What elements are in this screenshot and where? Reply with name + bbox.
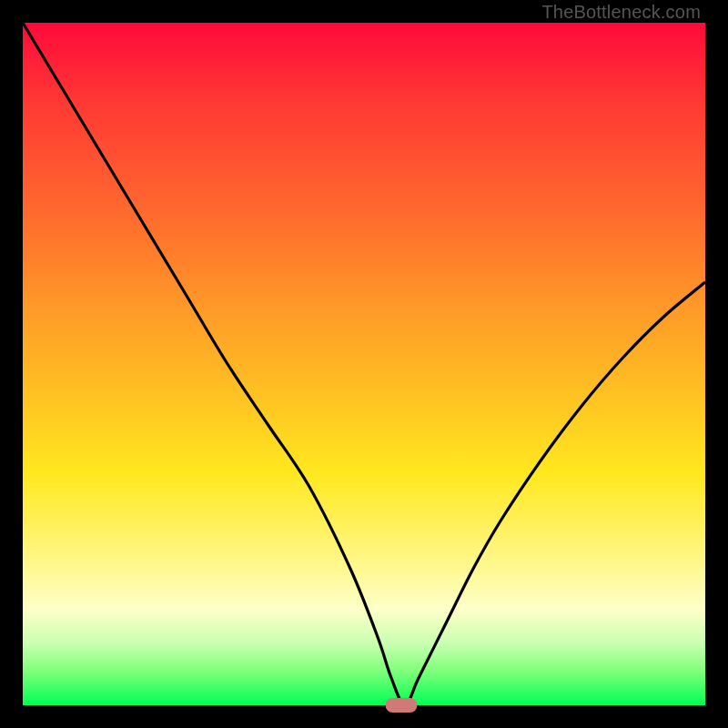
optimal-point-marker	[386, 698, 418, 713]
chart-frame: TheBottleneck.com	[0, 0, 728, 728]
bottleneck-curve-path	[23, 23, 705, 705]
plot-area	[23, 23, 705, 705]
bottleneck-curve	[23, 23, 705, 705]
watermark-text: TheBottleneck.com	[541, 2, 701, 23]
